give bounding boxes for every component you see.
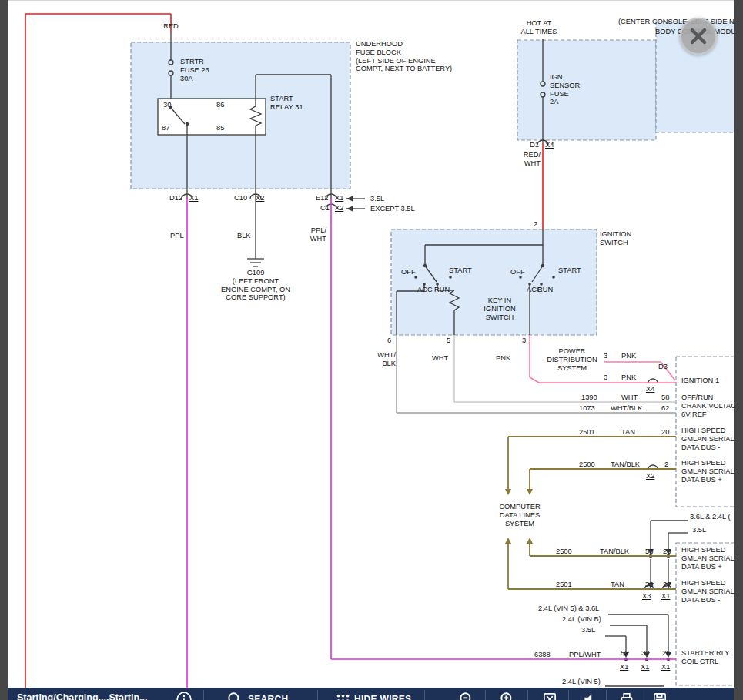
label-x1-b: X1 <box>335 194 343 203</box>
label-computer-data-lines: COMPUTER DATA LINES SYSTEM <box>490 503 549 528</box>
audio-button[interactable] <box>581 691 598 700</box>
label-x1-c: X1 <box>661 592 670 601</box>
label-ignition-1: IGNITION 1 <box>681 377 719 385</box>
label-24l-vin5-bottom: 2.4L (VIN 5) <box>562 678 601 686</box>
label-pnk-1: PNK <box>621 352 636 360</box>
label-pin-58: 58 <box>661 394 669 402</box>
label-offrun-crank: OFF/RUN CRANK VOLTAG 6V REF <box>681 394 736 418</box>
label-x1-a: X1 <box>189 194 198 203</box>
label-pin-52: 52 <box>621 649 628 658</box>
label-hot-at-all-times: HOT AT ALL TIMES <box>515 19 563 36</box>
close-icon <box>681 19 715 53</box>
hide-wires-button[interactable]: HIDE WIRES <box>354 694 411 700</box>
start-relay-body <box>158 99 266 135</box>
search-icon[interactable] <box>226 691 243 700</box>
label-x4-a: X4 <box>545 141 554 149</box>
label-pin-3: 3 <box>522 337 526 345</box>
label-pnk-a: PNK <box>496 354 510 363</box>
label-blk: BLK <box>237 232 251 240</box>
toolbar-divider <box>485 690 486 700</box>
label-x1-e: X1 <box>641 663 649 672</box>
label-run-2: RUN <box>537 286 553 294</box>
label-ckt-2501-b: 2501 <box>556 581 572 589</box>
label-g109: G109 (LEFT FRONT ENGINE COMPT, ON CORE S… <box>216 269 296 302</box>
label-pin-5: 5 <box>447 337 450 345</box>
label-gmlan-plus-b: HIGH SPEED GMLAN SERIAL DATA BUS + <box>681 546 735 571</box>
label-tanblk-b: TAN/BLK <box>600 548 629 556</box>
label-x1-f: X1 <box>661 663 670 672</box>
toolbar-divider <box>641 690 641 700</box>
label-35l-c: 3.5L <box>581 626 595 635</box>
label-starter-rly-coil: STARTER RLY COIL CTRL <box>681 649 730 666</box>
label-gmlan-plus-a: HIGH SPEED GMLAN SERIAL DATA BUS + <box>681 459 735 484</box>
zoom-out-button[interactable] <box>458 691 475 700</box>
label-start-relay: START RELAY 31 <box>270 95 303 112</box>
label-redwht: RED/ WHT <box>520 151 541 168</box>
wiring-diagram <box>0 0 743 700</box>
label-start-1: START <box>449 266 472 275</box>
label-ppl: PPL <box>170 232 184 240</box>
label-pin-33: 33 <box>645 581 653 589</box>
label-24l-vin5-36l: 2.4L (VIN 5) & 3.6L <box>538 605 599 613</box>
save-button[interactable] <box>651 691 668 700</box>
label-tan-a: TAN <box>621 428 635 437</box>
label-except-35l: EXCEPT 3.5L <box>370 205 415 213</box>
info-icon[interactable] <box>176 691 192 700</box>
label-pin-20: 20 <box>661 428 669 437</box>
label-relay-87: 87 <box>162 124 169 132</box>
label-e12: E12 <box>316 194 329 203</box>
label-d1: D1 <box>530 141 539 149</box>
label-ckt-2500-a: 2500 <box>579 461 595 469</box>
label-ckt-6388: 6388 <box>534 651 551 659</box>
label-pin-26: 26 <box>662 649 670 658</box>
label-relay-30: 30 <box>163 101 171 109</box>
window-frame-left <box>0 0 8 700</box>
label-x1-d: X1 <box>620 663 628 672</box>
label-pplwht-b: PPL/WHT <box>569 651 601 659</box>
label-x2-c: X2 <box>646 472 654 481</box>
toolbar-divider <box>606 690 607 700</box>
toolbar-divider <box>527 690 528 700</box>
label-35l-a: 3.5L <box>370 195 384 203</box>
label-ckt-3-a: 3 <box>604 352 607 360</box>
label-run-1: RUN <box>434 286 450 294</box>
zoom-in-button[interactable] <box>499 691 516 700</box>
label-pin-6: 6 <box>387 337 391 345</box>
toolbar-divider <box>317 690 318 700</box>
label-ckt-2500-b: 2500 <box>556 548 572 556</box>
label-ign-fuse: IGN SENSOR FUSE 2A <box>550 73 580 106</box>
label-off-1: OFF <box>401 268 416 276</box>
label-wht-b: WHT <box>621 394 638 402</box>
label-36l-24l: 3.6L & 2.4L ( <box>690 513 736 521</box>
label-ignition-switch: IGNITION SWITCH <box>600 230 631 247</box>
close-button[interactable] <box>680 18 717 55</box>
search-button[interactable]: SEARCH <box>248 694 288 700</box>
window-top-edge <box>8 0 734 1</box>
window-frame-right <box>734 0 743 700</box>
hide-wires-icon[interactable] <box>334 691 351 700</box>
toolbar-divider <box>203 690 204 700</box>
label-pin-28: 28 <box>663 548 671 556</box>
label-pnk-2: PNK <box>621 373 636 382</box>
statusbar-title: Starting/Charging....Startin... <box>17 692 147 700</box>
label-strtr-fuse: STRTR FUSE 26 30A <box>180 58 209 82</box>
ign-sensor-fuse-box <box>517 40 656 140</box>
label-off-2: OFF <box>510 268 525 276</box>
label-relay-86: 86 <box>216 101 224 109</box>
label-pin-32: 32 <box>641 649 649 658</box>
label-ckt-2501-a: 2501 <box>579 428 595 437</box>
toolbar-divider <box>568 690 569 700</box>
label-pin-2-bcm: 2 <box>664 461 668 469</box>
fit-screen-button[interactable] <box>541 691 558 700</box>
label-ckt-1073: 1073 <box>579 404 595 413</box>
label-c10: C10 <box>234 194 247 203</box>
label-acc-1: ACC <box>417 286 433 294</box>
label-whtblk-b: WHT/BLK <box>611 404 642 413</box>
label-35l-b: 3.5L <box>692 526 706 534</box>
print-button[interactable] <box>618 691 635 700</box>
label-ckt-3-b: 3 <box>604 373 607 382</box>
label-d12: D12 <box>169 194 182 203</box>
label-key-in-ignition: KEY IN IGNITION SWITCH <box>476 296 524 321</box>
label-pin-2: 2 <box>534 220 537 229</box>
label-whtblk-a: WHT/ BLK <box>373 351 396 368</box>
